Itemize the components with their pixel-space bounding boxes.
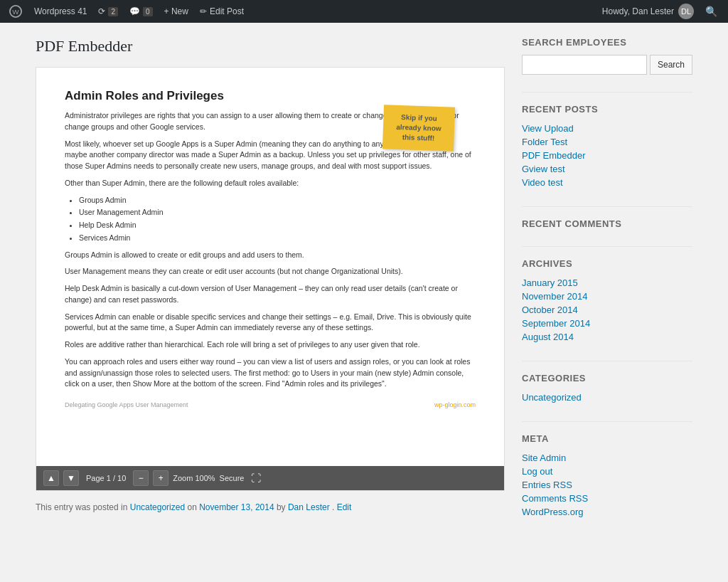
category-link[interactable]: Uncategorized: [522, 392, 582, 403]
pdf-footer: Delegating Google Apps User Management w…: [65, 401, 476, 408]
list-item: Log out: [522, 465, 692, 478]
post-category-link[interactable]: Uncategorized: [130, 502, 185, 512]
categories-list: Uncategorized: [522, 391, 692, 404]
howdy-text: Howdy, Dan Lester: [602, 6, 674, 16]
list-item: August 2014: [522, 330, 692, 344]
pdf-fullscreen-btn[interactable]: ⛶: [251, 472, 261, 484]
archive-link[interactable]: August 2014: [522, 332, 574, 342]
admin-bar-right: Howdy, Dan Lester DL 🔍: [596, 0, 722, 23]
list-item: WordPress.org: [522, 505, 692, 519]
recent-post-link[interactable]: Gview test: [522, 164, 565, 174]
archive-link[interactable]: November 2014: [522, 291, 588, 302]
meta-link[interactable]: Log out: [522, 466, 552, 477]
pdf-para: Help Desk Admin is basically a cut-down …: [65, 283, 476, 306]
list-item: PDF Embedder: [522, 149, 692, 162]
admin-search-icon[interactable]: 🔍: [700, 0, 722, 23]
admin-bar-comments[interactable]: 💬 0: [124, 0, 159, 23]
comment-count: 0: [143, 7, 153, 16]
admin-bar-edit-post[interactable]: ✏ Edit Post: [194, 0, 250, 23]
svg-text:W: W: [12, 8, 19, 16]
site-name-label: Wordpress 41: [34, 6, 87, 16]
pdf-list: Groups AdminUser Management AdminHelp De…: [65, 195, 476, 244]
search-widget: SEARCH EMPLOYEES Search: [522, 37, 692, 75]
post-footer-sep: .: [332, 502, 337, 512]
pdf-para-3: Other than Super Admin, there are the fo…: [65, 178, 476, 189]
archives-list: January 2015November 2014October 2014Sep…: [522, 276, 692, 344]
recent-comments-title: RECENT COMMENTS: [522, 218, 692, 229]
pdf-paras2: Groups Admin is allowed to create or edi…: [65, 250, 476, 391]
recent-post-link[interactable]: Folder Test: [522, 137, 567, 147]
main-content: PDF Embedder Admin Roles and Privileges …: [36, 37, 505, 536]
search-input[interactable]: [522, 55, 647, 75]
pdf-list-item: User Management Admin: [79, 207, 476, 218]
list-item: Folder Test: [522, 135, 692, 149]
categories-title: CATEGORIES: [522, 373, 692, 383]
post-author-link[interactable]: Dan Lester: [288, 502, 330, 512]
pdf-list-item: Help Desk Admin: [79, 220, 476, 231]
pdf-para: You can approach roles and users either …: [65, 356, 476, 390]
search-widget-title: SEARCH EMPLOYEES: [522, 37, 692, 48]
recent-post-link[interactable]: Video test: [522, 177, 563, 188]
meta-title: META: [522, 433, 692, 444]
wp-logo-icon[interactable]: W: [6, 0, 26, 23]
archives-title: ARCHIVES: [522, 258, 692, 269]
pdf-zoom-in-btn[interactable]: +: [153, 470, 168, 486]
pdf-doc-title: Admin Roles and Privileges: [65, 89, 476, 103]
sidebar-divider-2: [522, 206, 692, 207]
list-item: Video test: [522, 176, 692, 189]
archive-link[interactable]: October 2014: [522, 305, 578, 315]
archive-link[interactable]: January 2015: [522, 277, 578, 288]
pdf-footer-brand: wp-glogin.com: [434, 401, 476, 408]
post-date-link[interactable]: November 13, 2014: [199, 502, 274, 512]
archive-link[interactable]: September 2014: [522, 318, 590, 329]
search-row: Search: [522, 55, 692, 75]
pdf-sticky-note: Skip if you already know this stuff!: [382, 105, 455, 151]
sidebar-divider-3: [522, 246, 692, 247]
post-edit-link[interactable]: Edit: [337, 502, 352, 512]
pdf-prev-page-btn[interactable]: ▲: [43, 470, 59, 486]
pdf-para: Groups Admin is allowed to create or edi…: [65, 250, 476, 261]
post-footer-text: This entry was posted in: [36, 502, 127, 512]
sidebar-divider-1: [522, 92, 692, 92]
list-item: Uncategorized: [522, 391, 692, 404]
meta-link[interactable]: Site Admin: [522, 453, 566, 463]
list-item: Gview test: [522, 162, 692, 176]
avatar: DL: [678, 4, 694, 19]
list-item: October 2014: [522, 303, 692, 317]
admin-bar-updates[interactable]: ⟳ 2: [92, 0, 124, 23]
list-item: November 2014: [522, 290, 692, 303]
pdf-zoom-out-btn[interactable]: −: [133, 470, 149, 486]
post-footer-on: on: [187, 502, 199, 512]
update-count: 2: [108, 7, 118, 16]
pdf-viewer: Admin Roles and Privileges Administrator…: [36, 67, 505, 491]
pdf-footer-left: Delegating Google Apps User Management: [65, 401, 188, 408]
new-label: + New: [164, 6, 188, 16]
edit-icon: ✏: [200, 6, 207, 16]
recent-post-link[interactable]: PDF Embedder: [522, 150, 586, 161]
meta-link[interactable]: WordPress.org: [522, 507, 583, 517]
comment-icon: 💬: [129, 6, 140, 16]
meta-widget: META Site AdminLog outEntries RSSComment…: [522, 433, 692, 519]
recent-post-link[interactable]: View Upload: [522, 123, 574, 134]
admin-bar: W Wordpress 41 ⟳ 2 💬 0 + New ✏ Edit Post…: [0, 0, 728, 23]
pdf-para: Roles are additive rather than hierarchi…: [65, 339, 476, 351]
pdf-page-indicator: Page 1 / 10: [83, 474, 129, 482]
search-button[interactable]: Search: [650, 55, 692, 75]
sidebar-divider-4: [522, 361, 692, 361]
admin-bar-user[interactable]: Howdy, Dan Lester DL: [596, 0, 700, 23]
pdf-zoom-label: Zoom 100%: [173, 474, 215, 482]
pdf-para: User Management means they can create or…: [65, 266, 476, 277]
recent-posts-widget: RECENT POSTS View UploadFolder TestPDF E…: [522, 104, 692, 189]
list-item: January 2015: [522, 276, 692, 290]
recent-comments-widget: RECENT COMMENTS: [522, 218, 692, 229]
sidebar: SEARCH EMPLOYEES Search RECENT POSTS Vie…: [522, 37, 692, 536]
pdf-secure-label: Secure: [220, 474, 245, 482]
meta-link[interactable]: Comments RSS: [522, 493, 588, 504]
admin-bar-site[interactable]: Wordpress 41: [28, 0, 92, 23]
pdf-next-page-btn[interactable]: ▼: [63, 470, 79, 486]
edit-post-label: Edit Post: [210, 6, 244, 16]
post-footer: This entry was posted in Uncategorized o…: [36, 502, 505, 512]
recent-posts-list: View UploadFolder TestPDF EmbedderGview …: [522, 122, 692, 189]
admin-bar-new[interactable]: + New: [159, 0, 194, 23]
meta-link[interactable]: Entries RSS: [522, 480, 572, 490]
